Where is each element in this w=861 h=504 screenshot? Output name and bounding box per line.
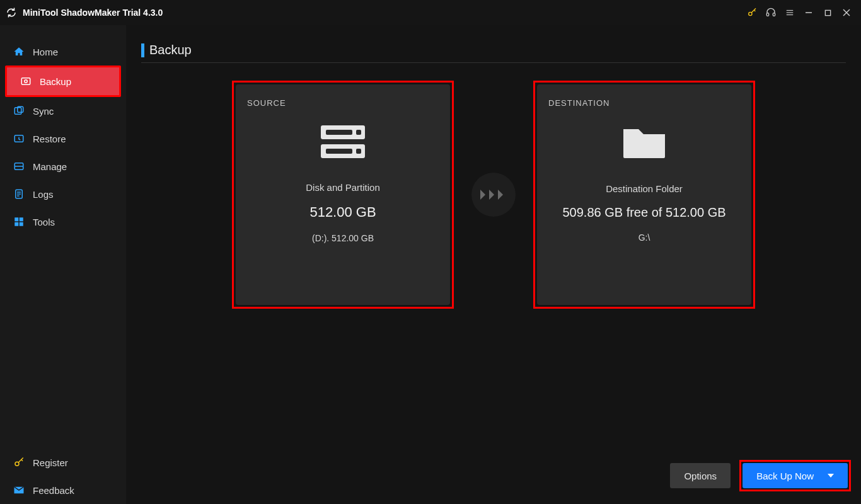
destination-heading: DESTINATION — [548, 98, 740, 108]
svg-rect-22 — [20, 217, 23, 221]
backup-now-button[interactable]: Back Up Now — [743, 463, 848, 488]
sync-icon — [13, 105, 25, 117]
svg-rect-32 — [623, 137, 665, 158]
app-title: MiniTool ShadowMaker Trial 4.3.0 — [23, 8, 163, 18]
destination-card[interactable]: DESTINATION Destination Folder 509.86 GB… — [537, 84, 751, 305]
tools-icon — [13, 215, 25, 228]
home-icon — [13, 45, 25, 58]
main-content: Backup SOURCE — [126, 25, 861, 504]
sidebar-item-restore[interactable]: Restore — [0, 125, 126, 152]
svg-point-11 — [25, 80, 28, 83]
register-label: Register — [33, 457, 68, 468]
svg-rect-23 — [14, 222, 18, 226]
highlight-frame-backup-now: Back Up Now — [739, 460, 851, 491]
svg-rect-7 — [825, 10, 830, 15]
highlight-frame-backup: Backup — [5, 66, 121, 97]
sidebar-item-label: Restore — [33, 134, 66, 144]
disk-icon — [318, 123, 367, 163]
app-logo-icon — [5, 6, 18, 19]
source-total: 512.00 GB — [247, 204, 439, 220]
options-label: Options — [684, 471, 717, 481]
svg-rect-24 — [20, 222, 23, 226]
sidebar-item-label: Sync — [33, 106, 54, 117]
page-title: Backup — [149, 43, 192, 57]
svg-point-25 — [15, 462, 19, 466]
sidebar-item-label: Logs — [33, 189, 54, 200]
backup-now-label: Back Up Now — [756, 471, 814, 481]
svg-rect-31 — [356, 149, 361, 154]
sidebar-item-home[interactable]: Home — [0, 38, 126, 66]
svg-rect-21 — [14, 217, 18, 221]
footer-buttons: Options Back Up Now — [670, 460, 851, 491]
highlight-frame-source: SOURCE Disk and Partition 512.00 GB — [232, 81, 454, 309]
source-card[interactable]: SOURCE Disk and Partition 512.00 GB — [236, 84, 450, 305]
source-title: Disk and Partition — [247, 182, 439, 193]
sidebar-feedback[interactable]: Feedback — [0, 476, 126, 504]
sidebar-item-tools[interactable]: Tools — [0, 208, 126, 236]
svg-rect-27 — [326, 130, 352, 135]
sidebar-item-label: Tools — [33, 217, 55, 227]
svg-rect-28 — [356, 130, 361, 135]
svg-rect-2 — [773, 13, 775, 16]
sidebar-item-label: Manage — [33, 161, 67, 172]
sidebar-register[interactable]: Register — [0, 449, 126, 476]
arrow-circle-icon — [471, 173, 516, 217]
options-button[interactable]: Options — [670, 463, 731, 488]
support-icon[interactable] — [761, 3, 780, 22]
maximize-button[interactable] — [818, 3, 837, 22]
destination-path: G:\ — [548, 232, 740, 243]
manage-icon — [13, 160, 25, 173]
feedback-label: Feedback — [33, 485, 74, 496]
chevron-down-icon — [828, 474, 834, 478]
destination-title: Destination Folder — [548, 183, 740, 194]
svg-rect-10 — [21, 78, 30, 85]
sidebar-item-label: Backup — [40, 76, 71, 87]
register-key-icon[interactable] — [743, 3, 761, 22]
sidebar-item-manage[interactable]: Manage — [0, 152, 126, 180]
register-key-icon — [13, 456, 25, 469]
title-bar: MiniTool ShadowMaker Trial 4.3.0 — [0, 0, 861, 25]
feedback-icon — [13, 484, 25, 496]
source-heading: SOURCE — [247, 98, 439, 108]
destination-space: 509.86 GB free of 512.00 GB — [548, 205, 740, 220]
menu-icon[interactable] — [780, 3, 799, 22]
highlight-frame-destination: DESTINATION Destination Folder 509.86 GB… — [533, 81, 755, 309]
backup-icon — [20, 75, 32, 88]
sidebar-item-label: Home — [33, 47, 58, 57]
sidebar-item-backup[interactable]: Backup — [7, 67, 119, 95]
sidebar-item-logs[interactable]: Logs — [0, 180, 126, 208]
page-header: Backup — [141, 43, 846, 63]
svg-rect-30 — [326, 149, 352, 154]
svg-point-0 — [749, 12, 752, 15]
sidebar: Home Backup Sync Restore — [0, 25, 126, 504]
sidebar-bottom-links: Register Feedback — [0, 449, 126, 504]
logs-icon — [13, 188, 25, 200]
source-detail: (D:). 512.00 GB — [247, 233, 439, 243]
sidebar-item-sync[interactable]: Sync — [0, 97, 126, 125]
backup-cards-row: SOURCE Disk and Partition 512.00 GB — [141, 81, 846, 309]
close-button[interactable] — [837, 3, 856, 22]
restore-icon — [13, 132, 25, 145]
folder-icon — [620, 123, 669, 164]
svg-rect-1 — [766, 13, 768, 16]
minimize-button[interactable] — [799, 3, 818, 22]
